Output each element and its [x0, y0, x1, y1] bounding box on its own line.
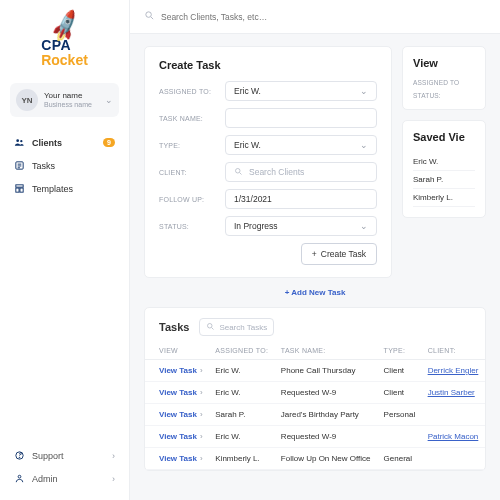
label-status: STATUS:: [159, 223, 215, 230]
create-task-button[interactable]: + Create Task: [301, 243, 377, 265]
nav-item-label: Templates: [32, 184, 73, 194]
search-icon: [144, 10, 155, 23]
cell-client[interactable]: Patrick Macon: [422, 426, 485, 448]
input-placeholder: Search Tasks: [219, 323, 267, 332]
type-select[interactable]: Eric W. ⌄: [225, 135, 377, 155]
table-row: View Task›Kinmberly L.Follow Up On New O…: [145, 448, 485, 470]
date-value: 1/31/2021: [234, 194, 272, 204]
col-assigned: ASSIGNED TO:: [209, 342, 275, 360]
col-type: TYPE:: [378, 342, 422, 360]
user-name: Your name: [44, 92, 99, 101]
tasks-table: VIEW ASSIGNED TO: TASK NAME: TYPE: CLIEN…: [145, 342, 485, 470]
assigned-select[interactable]: Eric W. ⌄: [225, 81, 377, 101]
table-row: View Task›Eric W.Phone Call ThursdayClie…: [145, 360, 485, 382]
label-assigned: ASSIGNED TO:: [159, 88, 215, 95]
svg-point-7: [19, 457, 20, 458]
svg-point-10: [236, 168, 241, 173]
avatar: YN: [16, 89, 38, 111]
svg-point-1: [20, 140, 22, 142]
chevron-down-icon: ⌄: [360, 221, 368, 231]
client-search[interactable]: Search Clients: [225, 162, 377, 182]
select-value: Eric W.: [234, 86, 261, 96]
global-search-input[interactable]: [161, 12, 341, 22]
label-client: CLIENT:: [159, 169, 215, 176]
input-placeholder: Search Clients: [249, 167, 304, 177]
primary-nav: Clients 9 Tasks Templates: [10, 131, 119, 200]
svg-rect-5: [20, 188, 23, 192]
label-assigned: ASSIGNED TO: [413, 79, 475, 86]
svg-rect-4: [16, 188, 19, 192]
view-task-link[interactable]: View Task›: [145, 448, 209, 470]
add-new-task-link[interactable]: + Add New Task: [285, 288, 346, 297]
cell-type: [378, 426, 422, 448]
svg-point-9: [146, 12, 152, 18]
label-followup: FOLLOW UP:: [159, 196, 215, 203]
admin-icon: [14, 473, 25, 484]
followup-date[interactable]: 1/31/2021: [225, 189, 377, 209]
nav-clients-badge: 9: [103, 138, 115, 147]
cell-name: Jared's Birthday Party: [275, 404, 378, 426]
label-taskname: TASK NAME:: [159, 115, 215, 122]
tasks-search[interactable]: Search Tasks: [199, 318, 274, 336]
templates-icon: [14, 183, 25, 194]
cell-assigned: Sarah P.: [209, 404, 275, 426]
panel-title: Create Task: [159, 59, 377, 71]
panel-title: Tasks: [159, 321, 189, 333]
button-label: Create Task: [321, 249, 366, 259]
cell-name: Requested W-9: [275, 382, 378, 404]
brand-logo: 🚀 CPA Rocket: [10, 14, 119, 67]
saved-view-item[interactable]: Sarah P.: [413, 171, 475, 189]
brand-top: CPA: [41, 38, 88, 53]
view-task-link[interactable]: View Task›: [145, 426, 209, 448]
saved-view-item[interactable]: Eric W.: [413, 153, 475, 171]
taskname-input[interactable]: [225, 108, 377, 128]
saved-view-item[interactable]: Kimberly L.: [413, 189, 475, 207]
people-icon: [14, 137, 25, 148]
view-task-link[interactable]: View Task›: [145, 382, 209, 404]
user-switcher[interactable]: YN Your name Business name ⌄: [10, 83, 119, 117]
select-value: Eric W.: [234, 140, 261, 150]
nav-tasks[interactable]: Tasks: [10, 154, 119, 177]
label-type: TYPE:: [159, 142, 215, 149]
cell-client[interactable]: Derrick Engler: [422, 360, 485, 382]
cell-type: Personal: [378, 404, 422, 426]
cell-assigned: Eric W.: [209, 360, 275, 382]
view-task-link[interactable]: View Task›: [145, 404, 209, 426]
cell-name: Follow Up On New Office: [275, 448, 378, 470]
cell-client[interactable]: Justin Sarber: [422, 382, 485, 404]
list-icon: [14, 160, 25, 171]
nav-templates[interactable]: Templates: [10, 177, 119, 200]
col-client: CLIENT:: [422, 342, 485, 360]
view-task-link[interactable]: View Task›: [145, 360, 209, 382]
chevron-right-icon: ›: [112, 451, 115, 461]
nav-admin[interactable]: Admin ›: [10, 467, 119, 490]
search-icon: [234, 167, 243, 178]
tasks-panel: Tasks Search Tasks VIEW ASSIGNED TO: TAS…: [144, 307, 486, 471]
view-panel: View ASSIGNED TO STATUS:: [402, 46, 486, 110]
sidebar: 🚀 CPA Rocket YN Your name Business name …: [0, 0, 130, 500]
secondary-nav: Support › Admin ›: [10, 444, 119, 490]
panel-title: Saved Vie: [413, 131, 475, 143]
cell-name: Requested W-9: [275, 426, 378, 448]
nav-item-label: Support: [32, 451, 64, 461]
plus-icon: +: [312, 249, 317, 259]
cell-type: General: [378, 448, 422, 470]
nav-item-label: Clients: [32, 138, 62, 148]
chevron-down-icon: ⌄: [360, 86, 368, 96]
nav-clients[interactable]: Clients 9: [10, 131, 119, 154]
business-name: Business name: [44, 101, 99, 109]
svg-rect-3: [16, 185, 23, 187]
brand-bottom: Rocket: [41, 53, 88, 68]
cell-assigned: Eric W.: [209, 426, 275, 448]
chevron-down-icon: ⌄: [105, 95, 113, 105]
global-search[interactable]: [130, 0, 500, 34]
nav-support[interactable]: Support ›: [10, 444, 119, 467]
table-row: View Task›Eric W.Requested W-9ClientJust…: [145, 382, 485, 404]
cell-assigned: Kinmberly L.: [209, 448, 275, 470]
status-select[interactable]: In Progress ⌄: [225, 216, 377, 236]
cell-type: Client: [378, 360, 422, 382]
search-icon: [206, 322, 215, 333]
svg-point-0: [16, 140, 19, 143]
side-column: View ASSIGNED TO STATUS: Saved Vie Eric …: [402, 46, 486, 278]
table-row: View Task›Eric W.Requested W-9Patrick Ma…: [145, 426, 485, 448]
